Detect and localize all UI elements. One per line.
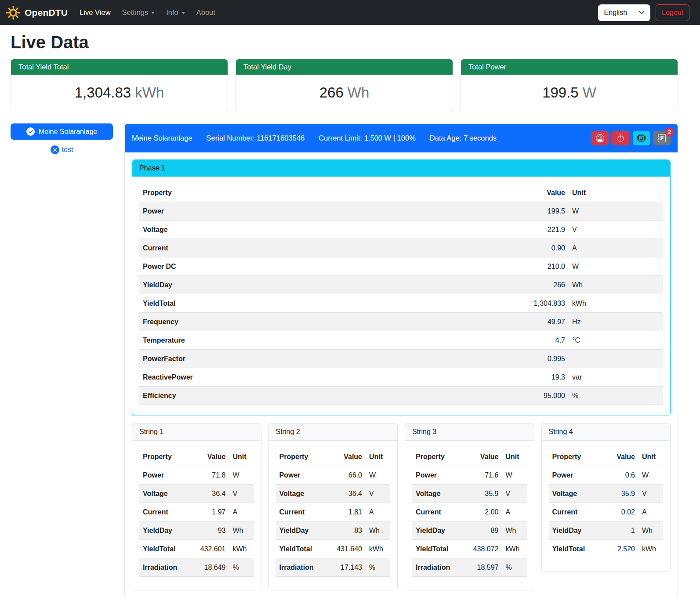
value-cell: 83 [325, 521, 366, 540]
property-cell: Voltage [549, 485, 598, 503]
column-unit: Unit [366, 448, 390, 466]
nav-item-live-view[interactable]: Live View [74, 5, 116, 20]
unit-cell: % [366, 558, 390, 577]
inverter-data-age: Data Age: 7 seconds [430, 134, 497, 142]
table-row: Voltage 36.4 V [139, 485, 254, 503]
phase-1-table: Property Value Unit Power [139, 184, 663, 405]
property-cell: Voltage [412, 485, 462, 503]
top-navbar: OpenDTU Live View Settings Info About En… [0, 0, 700, 25]
logout-button[interactable]: Logout [656, 4, 689, 21]
table-header-row: Property Value Unit [139, 184, 663, 202]
card-value-area: 266Wh [236, 75, 453, 111]
app-logo[interactable]: OpenDTU [6, 5, 68, 20]
property-cell: Irradiation [276, 558, 326, 577]
card-value-area: 199.5W [461, 75, 678, 111]
value-cell: 71.8 [189, 466, 229, 485]
string-2-card: String 2 Property Value Unit [268, 423, 398, 590]
inverter-serial: Serial Number: 116171603546 [207, 134, 305, 142]
property-cell: Power [139, 202, 396, 221]
unit-cell: kWh [502, 540, 527, 558]
card-title: Total Yield Total [11, 59, 228, 75]
value-cell: 93 [189, 521, 229, 540]
limit-settings-button[interactable] [591, 131, 609, 145]
nav-item-about[interactable]: About [191, 5, 221, 20]
table-header-row: Property Value Unit [412, 448, 527, 466]
table-row: YieldTotal 2.520 kWh [549, 540, 664, 558]
string-2-title: String 2 [269, 423, 398, 441]
value-cell: 438.072 [462, 540, 502, 558]
unit-cell: % [569, 387, 663, 405]
string-3-card: String 3 Property Value Unit [405, 423, 534, 590]
card-title: Total Power [461, 59, 678, 75]
device-info-button[interactable] [633, 131, 650, 145]
check-circle-icon [26, 127, 35, 136]
card-value: 1,304.83 [75, 84, 131, 101]
value-cell: 17.143 [325, 558, 366, 577]
unit-cell: W [366, 466, 390, 485]
table-row: Current 1.81 A [276, 503, 391, 521]
events-button[interactable]: 2 [653, 131, 671, 145]
card-value-area: 1,304.83kWh [11, 75, 228, 111]
language-select-value: English [604, 9, 627, 17]
table-row: Voltage 35.9 V [549, 485, 664, 503]
property-cell: Power [412, 466, 462, 485]
value-cell: 266 [396, 276, 569, 294]
value-cell: 199.5 [396, 202, 569, 221]
table-row: YieldTotal 432.601 kWh [139, 540, 254, 558]
property-cell: ReactivePower [139, 368, 396, 387]
table-row: Temperature 4.7 °C [139, 331, 663, 350]
unit-cell: Wh [569, 276, 663, 294]
card-unit: kWh [135, 84, 164, 101]
nav-item-settings[interactable]: Settings [116, 5, 161, 20]
column-unit: Unit [502, 448, 527, 466]
value-cell: 18.597 [462, 558, 502, 577]
table-header-row: Property Value Unit [276, 448, 391, 466]
value-cell: 0.02 [598, 503, 638, 521]
nav-item-info[interactable]: Info [160, 5, 191, 20]
sun-icon [6, 5, 21, 20]
language-select[interactable]: English [598, 4, 650, 21]
value-cell: 19.3 [396, 368, 569, 387]
total-yield-total-card: Total Yield Total 1,304.83kWh [11, 59, 228, 111]
nav-item-info-label: Info [166, 8, 178, 17]
inverter-limit: Current Limit: 1,500 W | 100% [319, 134, 416, 142]
table-row: Irradiation 17.143 % [276, 558, 391, 577]
page-container: Live Data Total Yield Total 1,304.83kWh … [0, 33, 678, 597]
chevron-down-icon [638, 11, 645, 14]
property-cell: Efficiency [139, 387, 396, 405]
table-row: Current 2.00 A [412, 503, 527, 521]
column-property: Property [412, 448, 462, 466]
total-power-card: Total Power 199.5W [461, 59, 678, 111]
property-cell: YieldTotal [276, 540, 326, 558]
unit-cell: kWh [569, 294, 663, 313]
property-cell: YieldTotal [412, 540, 462, 558]
card-value: 199.5 [542, 84, 579, 101]
column-property: Property [139, 448, 189, 466]
unit-cell: W [229, 466, 254, 485]
table-row: Current 0.90 A [139, 239, 663, 257]
unit-cell: % [229, 558, 254, 577]
table-row: Power 71.8 W [139, 466, 254, 485]
table-row: Current 0.02 A [549, 503, 664, 521]
events-count-badge: 2 [665, 127, 674, 137]
unit-cell: A [569, 239, 663, 257]
inverter-select-label: Meine Solaranlage [39, 128, 97, 136]
nav-item-settings-label: Settings [122, 8, 149, 17]
chevron-down-icon [151, 12, 155, 14]
x-circle-icon [51, 145, 59, 154]
value-cell: 1.97 [189, 503, 229, 521]
inverter-select-button[interactable]: Meine Solaranlage [11, 123, 113, 140]
property-cell: PowerFactor [139, 350, 396, 368]
unit-cell: kWh [638, 540, 663, 558]
inverter-card-body: Phase 1 Property Value Unit [125, 152, 678, 597]
value-cell: 221.9 [396, 221, 569, 239]
table-row: Frequency 49.97 Hz [139, 313, 663, 331]
brand-name: OpenDTU [25, 7, 68, 18]
secondary-inverter-link[interactable]: test [62, 146, 73, 154]
property-cell: Frequency [139, 313, 396, 331]
value-cell: 431.640 [325, 540, 366, 558]
table-header-row: Property Value Unit [549, 448, 664, 466]
main-row: Meine Solaranlage test Meine Solaranlage… [11, 123, 678, 597]
unit-cell: V [569, 221, 663, 239]
power-button[interactable] [612, 131, 629, 145]
